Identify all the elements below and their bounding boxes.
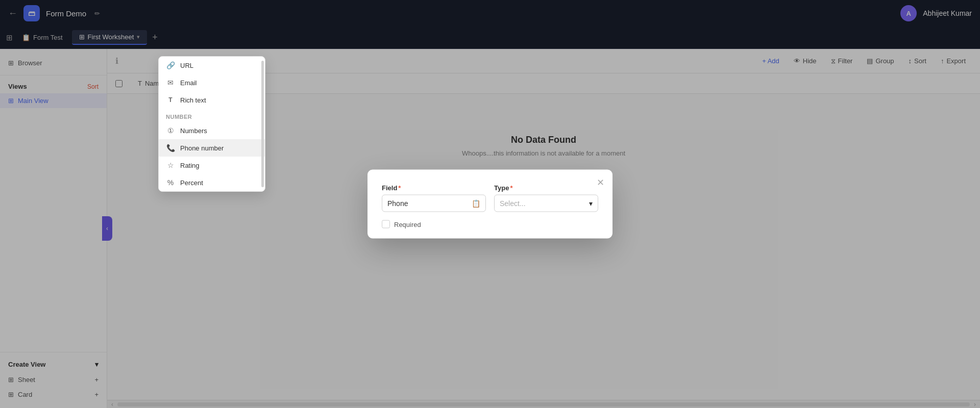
dropdown-item-rich-text[interactable]: T Rich text (159, 91, 265, 109)
url-label: URL (180, 62, 193, 69)
modal-close-button[interactable]: ✕ (597, 177, 604, 188)
type-label: Type* (494, 184, 598, 192)
field-name-input[interactable]: Phone 📋 (382, 195, 486, 212)
type-dropdown-icon: ▾ (589, 199, 593, 208)
dropdown-item-percent[interactable]: % Percent (159, 174, 265, 191)
type-required-star: * (510, 184, 512, 192)
field-required-star: * (398, 184, 401, 192)
percent-label: Percent (180, 179, 203, 187)
required-checkbox[interactable] (382, 220, 390, 228)
modal-fields-row: Field* Phone 📋 Type* Select... ▾ (382, 184, 598, 212)
rating-icon: ☆ (166, 161, 175, 170)
url-icon: 🔗 (166, 61, 175, 70)
field-label: Field* (382, 184, 486, 192)
type-section: Type* Select... ▾ (494, 184, 598, 212)
number-section-label: NUMBER (159, 109, 265, 122)
dropdown-item-email[interactable]: ✉ Email (159, 74, 265, 91)
dropdown-item-numbers[interactable]: ① Numbers (159, 122, 265, 139)
percent-icon: % (166, 178, 175, 187)
rich-text-icon: T (166, 95, 175, 105)
dropdown-scrollbar[interactable] (261, 61, 264, 187)
type-placeholder: Select... (500, 199, 526, 208)
type-select[interactable]: Select... ▾ (494, 195, 598, 212)
email-icon: ✉ (166, 78, 175, 87)
required-label: Required (394, 220, 421, 228)
dropdown-item-url[interactable]: 🔗 URL (159, 57, 265, 74)
phone-number-icon: 📞 (166, 143, 175, 152)
required-row: Required (382, 220, 598, 228)
dropdown-item-rating[interactable]: ☆ Rating (159, 157, 265, 174)
add-field-modal: ✕ Field* Phone 📋 Type* Select... ▾ Requi… (368, 170, 612, 239)
rating-label: Rating (180, 162, 200, 169)
field-value: Phone (387, 199, 408, 208)
rich-text-label: Rich text (180, 96, 206, 104)
dropdown-scroll-area: 🔗 URL ✉ Email T Rich text NUMBER ① Numbe… (159, 57, 265, 191)
numbers-label: Numbers (180, 127, 207, 135)
phone-number-label: Phone number (180, 144, 224, 152)
email-label: Email (180, 79, 197, 87)
type-dropdown: 🔗 URL ✉ Email T Rich text NUMBER ① Numbe… (158, 56, 265, 192)
field-input-icon: 📋 (472, 199, 480, 208)
field-name-section: Field* Phone 📋 (382, 184, 486, 212)
dropdown-item-phone-number[interactable]: 📞 Phone number (159, 139, 265, 157)
numbers-icon: ① (166, 126, 175, 135)
